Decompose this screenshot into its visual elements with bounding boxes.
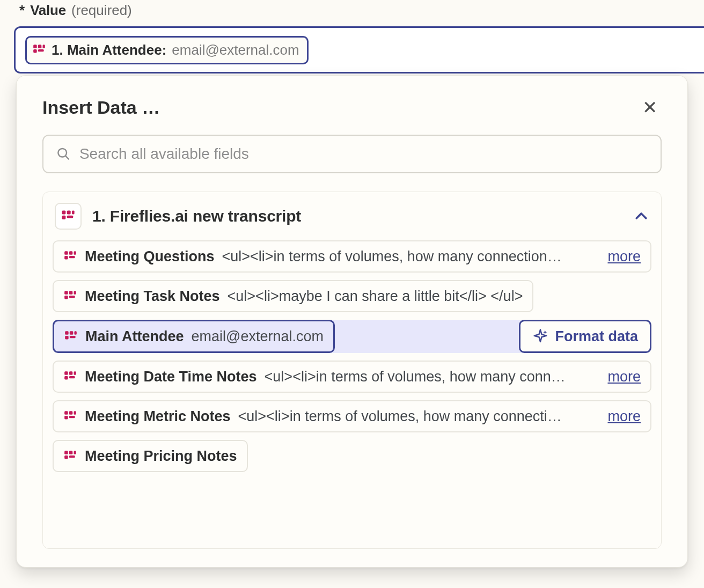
search-input[interactable]: [79, 145, 648, 163]
option-value: <ul><li>in terms of volumes, how many co…: [222, 248, 594, 265]
fireflies-icon: [64, 329, 78, 343]
group-header[interactable]: 1. Fireflies.ai new transcript: [43, 192, 661, 240]
field-list: 1. Fireflies.ai new transcript Meeting Q…: [42, 192, 662, 549]
selected-value-chip[interactable]: 1. Main Attendee: email@external.com: [25, 36, 309, 64]
insert-data-popover: Insert Data … ✕ 1. Fireflies.ai new tran…: [16, 75, 688, 568]
fireflies-icon: [63, 289, 77, 303]
option-value: email@external.com: [192, 328, 324, 345]
fireflies-icon: [61, 209, 76, 224]
option-name: Meeting Questions: [85, 248, 215, 265]
field-label: Value: [30, 2, 66, 19]
format-data-button[interactable]: Format data: [519, 320, 651, 353]
popover-title: Insert Data …: [42, 97, 160, 118]
search-icon: [56, 146, 71, 161]
option-name: Meeting Metric Notes: [85, 408, 231, 425]
options-container: Meeting Questions <ul><li>in terms of vo…: [43, 240, 661, 472]
required-asterisk: *: [19, 2, 25, 19]
option-name: Meeting Task Notes: [85, 288, 220, 305]
svg-line-6: [65, 156, 69, 159]
option-name: Meeting Pricing Notes: [85, 448, 237, 465]
field-option-selected[interactable]: Main Attendee email@external.com Format …: [53, 320, 651, 353]
option-value: <ul><li>maybe I can share a little bit</…: [228, 288, 523, 305]
fireflies-icon: [63, 449, 77, 463]
selected-field-chip[interactable]: Main Attendee email@external.com: [53, 320, 335, 353]
more-link[interactable]: more: [607, 369, 641, 385]
group-title: 1. Fireflies.ai new transcript: [92, 207, 622, 225]
fireflies-icon: [63, 370, 77, 384]
close-icon: ✕: [642, 97, 657, 117]
field-option[interactable]: Meeting Metric Notes <ul><li>in terms of…: [53, 400, 651, 432]
more-link[interactable]: more: [607, 408, 641, 425]
option-value: <ul><li>in terms of volumes, how many co…: [238, 408, 594, 425]
fireflies-icon: [63, 409, 77, 423]
sparkle-icon: [532, 328, 548, 344]
fireflies-icon: [32, 43, 46, 57]
popover-header: Insert Data … ✕: [42, 96, 662, 119]
chevron-up-icon: [633, 208, 649, 224]
chip-step-value: email@external.com: [172, 42, 299, 58]
field-option[interactable]: Meeting Questions <ul><li>in terms of vo…: [53, 240, 651, 273]
field-label-row: * Value (required): [0, 0, 704, 19]
fireflies-icon: [63, 249, 77, 263]
option-name: Main Attendee: [85, 328, 184, 345]
field-option[interactable]: Meeting Pricing Notes: [53, 440, 248, 472]
search-field[interactable]: [42, 135, 662, 173]
option-name: Meeting Date Time Notes: [85, 369, 257, 385]
more-link[interactable]: more: [607, 248, 641, 265]
close-button[interactable]: ✕: [638, 96, 662, 119]
option-value: <ul><li>in terms of volumes, how many co…: [265, 369, 594, 385]
fireflies-app-icon: [55, 203, 82, 230]
field-option[interactable]: Meeting Task Notes <ul><li>maybe I can s…: [53, 280, 533, 312]
svg-point-5: [58, 149, 67, 157]
required-text: (required): [71, 2, 132, 19]
field-option[interactable]: Meeting Date Time Notes <ul><li>in terms…: [53, 361, 651, 393]
format-data-label: Format data: [555, 328, 638, 345]
value-input[interactable]: 1. Main Attendee: email@external.com: [14, 26, 704, 74]
chip-step-name: 1. Main Attendee:: [52, 42, 166, 58]
